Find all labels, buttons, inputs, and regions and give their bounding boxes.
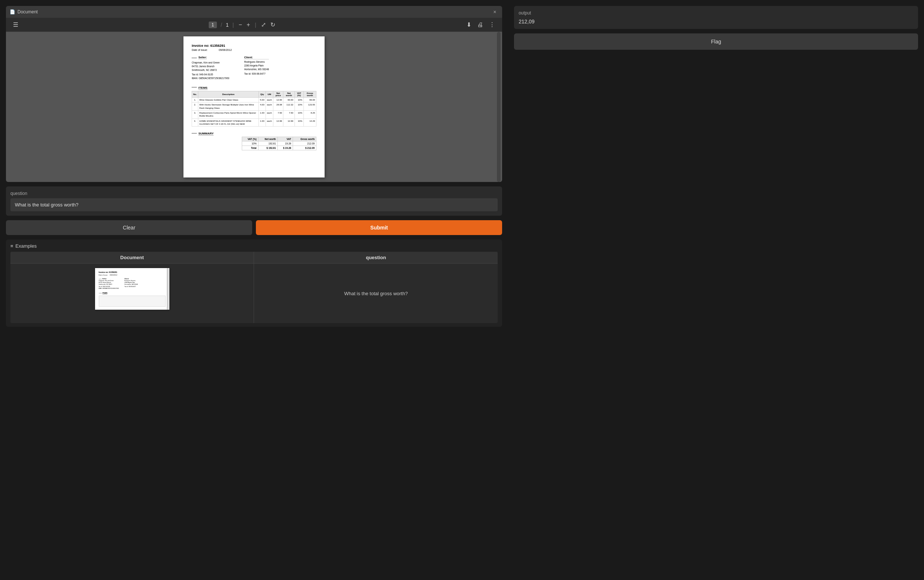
table-row: 1.Wine Glasses Goblets Pair Clear Glass5… [192,97,316,102]
zoom-out-button[interactable]: − [238,20,243,29]
pdf-titlebar: 📄 Document × [6,6,502,18]
print-button[interactable]: 🖨 [476,20,484,29]
pdf-toolbar-right: ⬇ 🖨 ⋮ [465,20,496,29]
summary-col-grossworth: Gross worth [293,137,316,142]
examples-doc-cell: Invoice no: 61356291 Date of issue: 09/0… [10,264,254,323]
output-label: output [519,10,914,16]
invoice-parties: Seller: Chapman, Kim and Green 64731 Jam… [192,56,316,80]
col-networth: Net worth [283,91,295,97]
client-name: Rodriguez-Stevens [244,60,269,64]
pdf-title: Document [18,9,38,15]
examples-question-header: question [254,252,497,264]
seller-address: 64731 James BranchSmithmouth, NC 26872 [192,64,229,72]
mini-date: Date of issue: 09/06/2012 [99,274,166,276]
examples-title: Examples [16,243,37,249]
seller-tax: Tax id: 949-94-9105 [192,73,229,76]
seller-label: Seller: [198,56,207,59]
col-grossworth: Gross worth [303,91,316,97]
pdf-page: Invoice no: 61356291 Date of issue: 09/0… [183,36,324,178]
examples-question-cell: What is the total gross worth? [254,264,497,323]
mini-parties: Seller: Chapman, Kim and Green64731 Jame… [99,278,166,289]
col-vat: VAT (%) [295,91,303,97]
examples-header: ≡ Examples [10,243,497,249]
mini-items-label: ITEMS [102,292,108,295]
question-label: question [10,191,497,196]
summary-label: SUMMARY [198,132,214,135]
seller-party: Seller: Chapman, Kim and Green 64731 Jam… [192,56,229,80]
flag-button[interactable]: Flag [514,33,918,50]
left-panel: 📄 Document × ☰ 1 / 1 | − + | ⤢ [0,0,508,580]
col-no: No. [192,91,198,97]
pdf-close-button[interactable]: × [491,8,498,16]
summary-table: VAT (%) Net worth VAT Gross worth 10%192… [242,137,317,150]
examples-toggle-icon[interactable]: ≡ [10,243,13,249]
col-qty: Qty [259,91,266,97]
invoice-title: Invoice no: 61356291 [192,44,316,48]
mini-scrollbar [167,268,169,310]
mini-invoice-title: Invoice no: 61356291 [99,271,166,273]
pdf-toolbar-left: ☰ [12,20,19,29]
total-row: Total$ 192.81$ 19.28$ 212.09 [242,146,316,150]
date-value: 09/06/2012 [219,49,232,51]
action-buttons: Clear Submit [6,220,502,235]
client-label: Client: [244,56,269,59]
items-table: No. Description Qty UM Net price Net wor… [192,91,316,127]
client-tax: Tax id: 939-98-8477 [244,72,269,76]
col-netprice: Net price [273,91,283,97]
clear-button[interactable]: Clear [6,220,252,235]
download-button[interactable]: ⬇ [465,20,473,29]
output-section: output 212,09 [514,6,918,29]
table-row: 2.With Hooks Stemware Storage Multiple U… [192,102,316,110]
table-row: 3.Replacement Corkscrew Parts Spiral Wor… [192,110,316,119]
date-label: Date of issue: [192,49,208,51]
examples-grid: Document question Invoice no: 61356291 D… [10,252,497,323]
fit-button[interactable]: ⤢ [260,20,267,29]
pdf-content-area: Invoice no: 61356291 Date of issue: 09/0… [6,32,502,182]
right-panel: output 212,09 Flag [508,0,924,580]
client-address: 2280 Angela PlainHortonshire, MS 93248 [244,64,269,71]
seller-iban: IBAN: GB50ACIE59715038217063 [192,76,229,80]
mini-pdf: Invoice no: 61356291 Date of issue: 09/0… [95,268,170,310]
zoom-in-button[interactable]: + [245,20,251,29]
document-icon: 📄 [10,9,15,15]
output-value: 212,09 [519,18,914,25]
summary-row: 10%192.8119.28212.09 [242,142,316,146]
examples-section: ≡ Examples Document question Invoice no:… [6,239,502,327]
pdf-toolbar: ☰ 1 / 1 | − + | ⤢ ↻ ⬇ 🖨 ⋮ [6,18,502,32]
examples-question-text: What is the total gross worth? [344,291,408,296]
examples-doc-header: Document [10,252,254,264]
summary-col-vat: VAT (%) [242,137,258,142]
page-current: 1 [209,21,217,28]
pdf-toolbar-center: 1 / 1 | − + | ⤢ ↻ [209,20,276,29]
pdf-window: 📄 Document × ☰ 1 / 1 | − + | ⤢ [6,6,502,182]
seller-name: Chapman, Kim and Green [192,61,229,64]
client-party: Client: Rodriguez-Stevens 2280 Angela Pl… [244,56,269,80]
submit-button[interactable]: Submit [256,220,502,235]
table-row: 4.HOME ESSENTIALS GRADIENT STEMLESS WINE… [192,119,316,127]
summary-col-networth: Net worth [258,137,277,142]
summary-col-vat-amt: VAT [277,137,293,142]
page-separator: / [221,22,222,28]
question-section: question [6,186,502,216]
pdf-title-area: 📄 Document [10,9,38,15]
col-description: Description [198,91,259,97]
more-button[interactable]: ⋮ [488,20,496,29]
rotate-button[interactable]: ↻ [269,20,276,29]
items-label: ITEMS [198,86,207,90]
page-total: 1 [226,22,229,28]
menu-button[interactable]: ☰ [12,20,19,29]
question-input[interactable] [10,198,497,211]
pdf-scrollbar[interactable] [497,32,501,182]
invoice-date-row: Date of issue: 09/06/2012 [192,49,316,51]
col-um: UM [265,91,273,97]
